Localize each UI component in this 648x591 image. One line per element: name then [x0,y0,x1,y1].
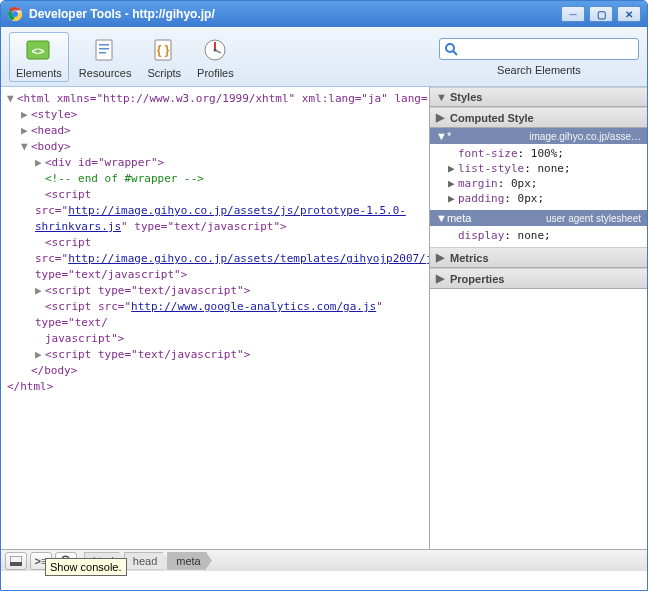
svg-point-13 [446,44,454,52]
rule-header-meta[interactable]: ▼metauser agent stylesheet [430,210,647,226]
dom-node[interactable]: <script src="http://image.gihyo.co.jp/as… [35,188,406,233]
svg-line-14 [453,51,457,55]
expand-icon[interactable]: ▶ [35,347,45,363]
script-link[interactable]: http://www.google-analytics.com/ga.js [131,300,376,313]
tab-scripts-label: Scripts [147,67,181,79]
dom-node[interactable]: <script type="text/javascript"> [45,348,250,361]
search-label: Search Elements [497,64,581,76]
dom-node[interactable]: </body> [31,364,77,377]
resources-icon [91,37,119,63]
css-prop[interactable]: ▶list-style: none; [448,161,637,176]
search-box: Search Elements [439,38,639,76]
svg-rect-6 [99,44,109,46]
css-prop[interactable]: ▶margin: 0px; [448,176,637,191]
dom-node[interactable]: <script type="text/javascript"> [45,284,250,297]
dom-node[interactable]: <script src="http://www.google-analytics… [35,300,383,329]
titlebar: Developer Tools - http://gihyo.jp/ ─ ▢ ✕ [1,1,647,27]
dom-node[interactable]: <div id="wrapper"> [45,156,164,169]
styles-panel: ▼Styles ▶Computed Style ▼*image.gihyo.co… [429,87,647,549]
dom-node[interactable]: <!-- end of #wrapper --> [45,172,204,185]
expand-icon[interactable]: ▼ [7,91,17,107]
dom-node[interactable]: javascript"> [45,332,124,345]
expand-icon[interactable]: ▼ [21,139,31,155]
window-controls: ─ ▢ ✕ [561,6,641,22]
svg-rect-7 [99,48,109,50]
search-icon [444,42,458,56]
rule-header-star[interactable]: ▼*image.gihyo.co.jp/asse… [430,128,647,144]
dom-node[interactable]: <script src="http://image.gihyo.co.jp/as… [35,236,429,281]
search-input[interactable] [458,43,634,55]
css-prop[interactable]: ▶padding: 0px; [448,191,637,206]
dom-node[interactable]: </html> [7,380,53,393]
dom-node[interactable]: <body> [31,140,71,153]
tab-profiles[interactable]: Profiles [191,33,240,81]
css-prop[interactable]: display: none; [448,228,637,243]
chrome-icon [7,6,23,22]
tab-resources[interactable]: Resources [73,33,138,81]
devtools-window: Developer Tools - http://gihyo.jp/ ─ ▢ ✕… [0,0,648,591]
rule-body-star: font-size: 100%; ▶list-style: none; ▶mar… [430,144,647,210]
main: ▼<html xmlns="http://www.w3.org/1999/xht… [1,87,647,549]
svg-rect-8 [99,52,106,54]
tooltip: Show console. [45,558,127,576]
breadcrumb-head[interactable]: head [124,552,168,570]
tab-elements[interactable]: <> Elements [9,32,69,82]
tab-profiles-label: Profiles [197,67,234,79]
svg-rect-16 [10,562,22,566]
minimize-button[interactable]: ─ [561,6,585,22]
close-button[interactable]: ✕ [617,6,641,22]
pane-styles[interactable]: ▼Styles [430,87,647,107]
dock-button[interactable] [5,552,27,570]
pane-properties[interactable]: ▶Properties [430,268,647,289]
dom-node[interactable]: <style> [31,108,77,121]
pane-metrics[interactable]: ▶Metrics [430,247,647,268]
scripts-icon: { } [150,37,178,63]
pane-computed[interactable]: ▶Computed Style [430,107,647,128]
window-title: Developer Tools - http://gihyo.jp/ [29,7,561,21]
svg-point-12 [214,48,217,51]
tab-elements-label: Elements [16,67,62,79]
svg-rect-5 [96,40,112,60]
tab-scripts[interactable]: { } Scripts [141,33,187,81]
breadcrumb-meta[interactable]: meta [167,552,211,570]
rule-body-meta: display: none; [430,226,647,247]
css-prop[interactable]: font-size: 100%; [448,146,637,161]
dom-node[interactable]: <html xmlns="http://www.w3.org/1999/xhtm… [17,92,429,105]
search-input-wrap[interactable] [439,38,639,60]
expand-icon[interactable]: ▶ [21,123,31,139]
dom-node[interactable]: <head> [31,124,71,137]
expand-icon[interactable]: ▶ [35,155,45,171]
tab-resources-label: Resources [79,67,132,79]
profiles-icon [201,37,229,63]
script-link[interactable]: http://image.gihyo.co.jp/assets/template… [68,252,429,265]
expand-icon[interactable]: ▶ [21,107,31,123]
expand-icon[interactable]: ▶ [35,283,45,299]
maximize-button[interactable]: ▢ [589,6,613,22]
dock-icon [10,556,22,566]
toolbar: <> Elements Resources { } Scripts Profil… [1,27,647,87]
elements-icon: <> [25,37,53,63]
svg-text:{ }: { } [157,43,170,57]
dom-panel[interactable]: ▼<html xmlns="http://www.w3.org/1999/xht… [1,87,429,549]
svg-text:<>: <> [31,45,44,57]
